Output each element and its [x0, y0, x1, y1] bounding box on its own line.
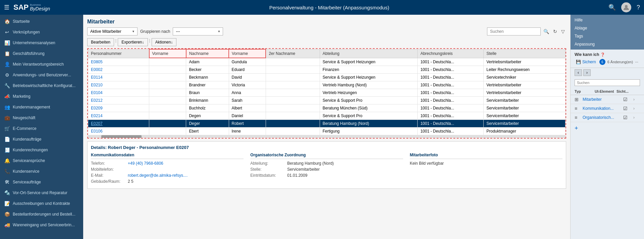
sidebar-label-betriebswirtschaftliche: Betriebswirtschaftliche Konfigurat...: [13, 83, 75, 88]
help-icon[interactable]: ?: [637, 4, 640, 11]
hilfe-link[interactable]: Hilfe: [575, 17, 640, 23]
table-scroll-thumb: [101, 135, 142, 138]
abteilung-row: Abteilung: Beratung Hamburg (Nord): [250, 161, 403, 166]
more-options-icon[interactable]: ···: [635, 60, 638, 64]
exportieren-button[interactable]: Exportieren↓: [118, 38, 148, 46]
col-personalnummer[interactable]: Personalnummer: [88, 49, 149, 58]
employee-id-link[interactable]: E0106: [91, 129, 103, 134]
search-button[interactable]: 🔍: [542, 28, 550, 35]
table-cell: [149, 81, 186, 89]
sidebar-item-mein-verantwortungsbereich[interactable]: 👤 Mein Verantwortungsbereich: [0, 59, 83, 70]
col-abteilung[interactable]: Abteilung: [320, 49, 418, 58]
table-cell: Vertriebsmitarbeiter: [484, 58, 566, 66]
sidebar-item-unternehmensanalysen[interactable]: 📊 Unternehmensanalysen: [0, 37, 83, 48]
table-cell: [266, 66, 320, 74]
table-row[interactable]: E0214DegenDanielService & Support Pro100…: [88, 112, 566, 120]
add-element-button[interactable]: +: [575, 125, 578, 132]
table-row[interactable]: E0002BeckerEduardFinanzen1001 - Deutschl…: [88, 66, 566, 74]
sichern-button[interactable]: 💾 Sichern: [575, 59, 597, 65]
col-vorname-drag[interactable]: Vorname: [149, 49, 186, 58]
ui-element-mitarbeiter[interactable]: ⊞ Mitarbeiter ☑ ›: [571, 95, 644, 104]
sidebar-item-anwendungs-benutzerverwaltung[interactable]: ⚙ Anwendungs- und Benutzerver...: [0, 70, 83, 80]
employee-id-link[interactable]: E0002: [91, 67, 103, 72]
table-row[interactable]: E0210BrandnerVictoriaVertrieb Hamburg (N…: [88, 81, 566, 89]
mitarbeiter-check[interactable]: ☑: [623, 97, 633, 102]
sidebar-item-kundenservice[interactable]: 📞 Kundenservice: [0, 166, 83, 177]
group-by-label: Gruppieren nach: [140, 29, 170, 34]
table-scrollbar[interactable]: [88, 135, 566, 138]
sidebar-item-vor-ort-service[interactable]: 🔩 Vor-Ort-Service und Reparatur: [0, 187, 83, 198]
tags-link[interactable]: Tags: [575, 33, 640, 39]
table-row[interactable]: E0114BeckmannDavidService & Support Heiz…: [88, 74, 566, 81]
email-value[interactable]: robert.deger@de.almika-refsys....: [128, 173, 187, 178]
employee-id-link[interactable]: E0114: [91, 75, 103, 80]
search-icon[interactable]: 🔍: [608, 4, 616, 11]
employee-id-link[interactable]: E0209: [91, 106, 103, 110]
wie-kann-ich-help-icon[interactable]: ❓: [600, 53, 605, 57]
table-row[interactable]: E0207DegerRobertBeratung Hamburg (Nord)1…: [88, 120, 566, 128]
box-icon: 📦: [4, 212, 10, 217]
aktionen-button[interactable]: Aktionen↓: [152, 38, 177, 46]
content-area: Mitarbeiter Aktive MitarbeiterAlle Mitar…: [83, 15, 570, 239]
user-avatar[interactable]: [621, 2, 631, 12]
employee-id-link[interactable]: E0210: [91, 83, 103, 87]
table-cell: Beckmann: [186, 74, 229, 81]
col-vorname2[interactable]: Vorname: [229, 49, 266, 58]
refresh-button[interactable]: ↻: [552, 28, 558, 35]
sidebar-label-kundenrechnungen: Kundenrechnungen: [13, 148, 48, 152]
employee-id-link[interactable]: E0104: [91, 90, 103, 95]
sidebar-item-marketing[interactable]: 📣 Marketing: [0, 91, 83, 102]
sidebar-item-verknuepfungen[interactable]: ↩ Verknüpfungen: [0, 27, 83, 37]
ui-element-kommunikation[interactable]: ≡ Kommunikation... ☑ ›: [571, 104, 644, 113]
employee-id-link-selected[interactable]: E0207: [91, 121, 103, 126]
sidebar-item-betriebswirtschaftliche-konfiguration[interactable]: 🔧 Betriebswirtschaftliche Konfigurat...: [0, 80, 83, 91]
eintrittsdatum-label: Eintrittsdatum:: [250, 173, 287, 178]
employee-id-link[interactable]: E0214: [91, 113, 103, 118]
table-cell: E0104: [88, 89, 149, 97]
anpassung-link[interactable]: Anpassung: [575, 41, 640, 48]
nav-next-button[interactable]: ›: [583, 69, 591, 76]
sidebar-item-bestellanforderungen[interactable]: 📦 Bestellanforderungen und Bestell...: [0, 209, 83, 220]
table-row[interactable]: E0104BraunAnnaVertrieb Heizungen1001 - D…: [88, 89, 566, 97]
filter-button[interactable]: ▽: [560, 28, 566, 35]
col-stelle[interactable]: Stelle: [484, 49, 566, 58]
table-cell: [149, 128, 186, 135]
bearbeiten-button[interactable]: Bearbeiten: [87, 38, 114, 46]
bydesign-logo: Business ByDesign: [30, 4, 50, 11]
right-panel-search-input[interactable]: [575, 79, 640, 86]
mitarbeiter-arrow: ›: [633, 97, 640, 102]
group-by-select[interactable]: ---: [173, 27, 223, 35]
sidebar-item-e-commerce[interactable]: 🛒 E-Commerce: [0, 123, 83, 134]
table-row[interactable]: E0212BrinkmannSarahService & Support Pro…: [88, 97, 566, 104]
sidebar-item-wareneingang[interactable]: 🚚 Wareneingang und Serviceerbrin...: [0, 220, 83, 230]
sidebar-item-kundenrechnungen[interactable]: 🧾 Kundenrechnungen: [0, 145, 83, 155]
telefon-value[interactable]: +49 (40) 7968-6806: [128, 161, 163, 166]
sidebar-item-geschaeftsfuehrung[interactable]: 📋 Geschäftsführung: [0, 48, 83, 59]
menu-icon[interactable]: ☰: [4, 4, 9, 11]
sidebar-item-serviceansprueche[interactable]: 🔔 Serviceansprüche: [0, 155, 83, 166]
table-row[interactable]: E0209BuchholzAlbertBeratung München (Süd…: [88, 104, 566, 112]
nav-prev-button[interactable]: ‹: [575, 69, 582, 76]
pen-icon: 📝: [4, 201, 10, 206]
sidebar-item-serviceauftraege[interactable]: 🛠 Serviceaufträge: [0, 177, 83, 187]
col-abrechnungskreis[interactable]: Abrechnungskreis: [418, 49, 484, 58]
kommunikation-check[interactable]: ☑: [623, 106, 633, 111]
col-nachname[interactable]: Nachname: [186, 49, 229, 58]
table-row[interactable]: E0106EbertIreneFertigung1001 - Deutschla…: [88, 128, 566, 135]
employee-id-link[interactable]: E0805: [91, 60, 103, 64]
action-row: Bearbeiten | Exportieren↓ | Aktionen↓: [87, 38, 566, 46]
filter-select[interactable]: Aktive MitarbeiterAlle MitarbeiterInakti…: [87, 27, 138, 35]
sidebar-item-startseite[interactable]: 🏠 Startseite: [0, 16, 83, 27]
sidebar-item-kundenmanagement[interactable]: 👥 Kundenmanagement: [0, 102, 83, 112]
ui-element-organisatorisch[interactable]: ≡ Organisatorisch... ☑ ›: [571, 113, 644, 122]
col-2er-nachname[interactable]: 2er Nachname: [266, 49, 320, 58]
table-row[interactable]: E0805AdamGundulaService & Support Heizun…: [88, 58, 566, 66]
ablage-link[interactable]: Ablage: [575, 25, 640, 31]
search-input[interactable]: [487, 27, 541, 35]
table-cell: Buchholz: [186, 104, 229, 112]
sidebar-item-kundenauftraege[interactable]: 📄 Kundenaufträge: [0, 134, 83, 145]
sidebar-item-neugeschaeft[interactable]: 💼 Neugeschäft: [0, 112, 83, 123]
organisatorisch-check[interactable]: ☑: [623, 115, 633, 120]
employee-id-link[interactable]: E0212: [91, 98, 103, 103]
sidebar-item-ausschreibungen[interactable]: 📝 Ausschreibungen und Kontrakte: [0, 198, 83, 209]
